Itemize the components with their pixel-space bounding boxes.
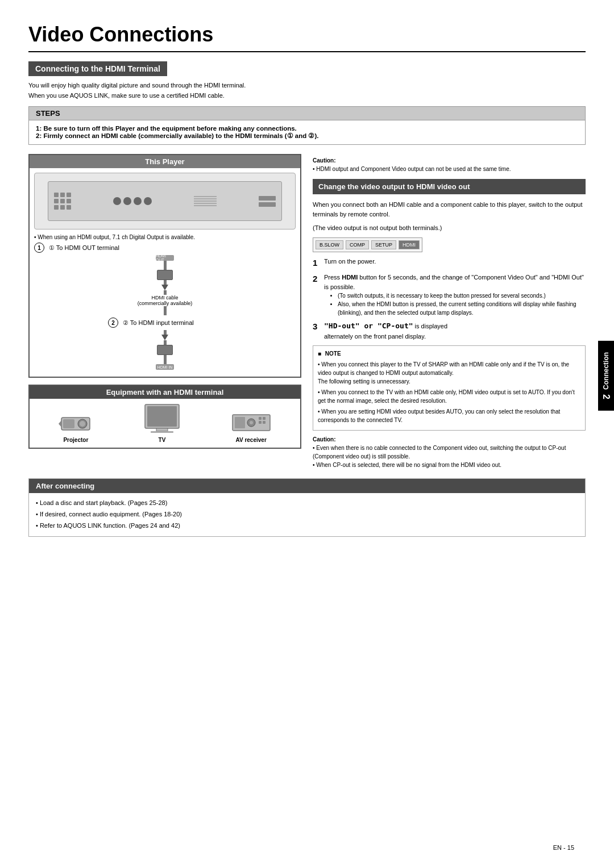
remote-btn-hdmi: HDMI (399, 240, 420, 249)
steps-box: STEPS 1: Be sure to turn off this Player… (28, 106, 586, 145)
note-item-1: When you connect this player to the TV o… (318, 360, 580, 386)
svg-rect-16 (263, 421, 265, 424)
main-layout: This Player (28, 154, 586, 471)
player-note: • When using an HDMI output, 7.1 ch Digi… (30, 234, 300, 243)
step2-label: ② To HDMI input terminal (123, 319, 194, 327)
equipment-box: Equipment with an HDMI terminal Projecto… (28, 385, 301, 449)
steps-content: 1: Be sure to turn off this Player and t… (29, 120, 585, 144)
after-item-2: If desired, connect audio equipment. (Pa… (36, 509, 578, 520)
player-header: This Player (30, 155, 300, 168)
after-box: After connecting Load a disc and start p… (28, 478, 586, 536)
numbered-steps: 1 Turn on the power. 2 Press HDMI button… (313, 257, 586, 341)
remote-display: B.SLOW COMP SETUP HDMI (313, 237, 422, 252)
page-title: Video Connections (28, 23, 586, 47)
hdmi-cable-diagram: HDMI OUT HDMI cable (commercially availa… (57, 255, 273, 370)
device-vent (194, 196, 217, 206)
section1-header: Connecting to the HDMI Terminal (28, 61, 167, 76)
arrow-down-1 (161, 285, 168, 290)
numbered-step-2: 2 Press HDMI button for 5 seconds, and t… (313, 273, 586, 317)
svg-rect-15 (259, 421, 262, 424)
after-content: Load a disc and start playback. (Pages 2… (29, 493, 585, 536)
device-right-area (259, 196, 276, 207)
cable-seg-2 (164, 280, 167, 285)
note-box: ■ NOTE When you connect this player to t… (313, 345, 586, 431)
numbered-step-3: 3 "HD-out" or "CP-out" is displayed alte… (313, 320, 586, 341)
svg-rect-7 (156, 428, 168, 431)
side-tab-number: 2 (601, 394, 611, 399)
numbered-step-1: 1 Turn on the power. (313, 257, 586, 270)
projector-device: Projector (59, 412, 93, 443)
hdmi-in-connector: HDMI IN (156, 364, 174, 370)
cable-seg-6 (164, 340, 167, 345)
caution-item-2: When CP-out is selected, there will be n… (313, 461, 586, 469)
step2-bullets: (To switch outputs, it is necessary to k… (324, 291, 586, 317)
connection-steps: 1 ① To HDMI OUT terminal HDMI OUT HDMI (30, 243, 300, 377)
section2-text1: When you connect both an HDMI cable and … (313, 200, 586, 219)
svg-rect-13 (259, 417, 262, 420)
tv-device: TV (142, 403, 182, 443)
step1-label: ① To HDMI OUT terminal (49, 244, 119, 252)
svg-rect-10 (235, 417, 245, 428)
step2-content: Press HDMI button for 5 seconds, and the… (324, 273, 586, 317)
svg-point-2 (80, 421, 85, 427)
arrow-down-2 (161, 335, 168, 340)
section2-text2: (The video output is not output both ter… (313, 223, 586, 233)
conn-step1-row: 1 ① To HDMI OUT terminal (34, 243, 296, 253)
player-box: This Player (28, 154, 301, 378)
svg-point-12 (250, 421, 253, 424)
hdmi-plug-2 (157, 345, 173, 355)
caution-bottom: Caution: Even when there is no cable con… (313, 435, 586, 469)
caution-top: Caution: HDMI output and Component Video… (313, 156, 586, 173)
step-circle-1: 1 (34, 243, 44, 253)
step-circle-2: 2 (108, 318, 118, 328)
projector-icon (59, 412, 93, 435)
steps-header: STEPS (29, 107, 585, 120)
device-center-buttons (113, 197, 152, 205)
after-item-1: Load a disc and start playback. (Pages 2… (36, 498, 578, 509)
after-header: After connecting (29, 479, 585, 493)
svg-rect-6 (147, 406, 177, 427)
device-buttons-left (54, 193, 71, 210)
side-tab-label: Connection (602, 352, 610, 390)
remote-btn-bslow: B.SLOW (316, 240, 343, 249)
equipment-devices: Projector TV (30, 399, 300, 448)
hdmi-out-connector-top: HDMI OUT (156, 255, 174, 261)
player-device-illustration (34, 173, 296, 229)
av-receiver-device: AV receiver (231, 412, 271, 443)
page-number: EN - 15 (553, 844, 574, 851)
conn-step2-row: 2 ② To HDMI input terminal (108, 318, 222, 328)
caution-item-1: Even when there is no cable connected to… (313, 444, 586, 461)
tv-icon (142, 403, 182, 435)
cable-seg-3 (164, 290, 167, 295)
hdmi-plug-1 (157, 270, 173, 280)
remote-btn-setup: SETUP (371, 240, 396, 249)
intro-text: You will enjoy high quality digital pict… (28, 81, 586, 101)
cable-seg-5 (164, 330, 167, 335)
note-item-2: When you connect to the TV with an HDMI … (318, 388, 580, 405)
svg-rect-3 (63, 419, 74, 428)
after-item-3: Refer to AQUOS LINK function. (Pages 24 … (36, 520, 578, 532)
device-inner (48, 181, 282, 221)
cable-label: HDMI cable (commercially available) (138, 295, 193, 306)
side-tab: 2 Connection (598, 341, 614, 411)
av-receiver-icon (231, 412, 271, 435)
cable-seg-1 (164, 261, 167, 270)
change-header: Change the video output to HDMI video ou… (313, 179, 586, 194)
remote-btn-comp: COMP (346, 240, 369, 249)
equipment-header: Equipment with an HDMI terminal (30, 386, 300, 399)
svg-marker-4 (59, 420, 61, 427)
step3-content: "HD-out" or "CP-out" is displayed altern… (324, 320, 586, 341)
right-column: Caution: HDMI output and Component Video… (313, 154, 586, 471)
cable-seg-4 (164, 306, 167, 315)
note-item-3: When you are setting HDMI video output b… (318, 407, 580, 424)
cable-seg-7 (164, 355, 167, 364)
svg-rect-8 (151, 431, 173, 433)
left-column: This Player (28, 154, 301, 471)
svg-rect-14 (263, 417, 265, 420)
